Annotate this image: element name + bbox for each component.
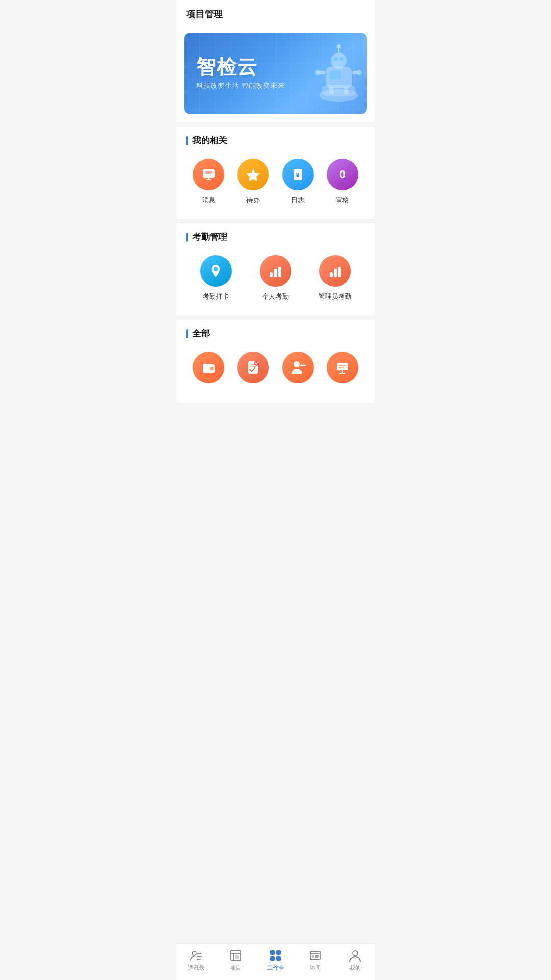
svg-point-8 <box>331 53 347 69</box>
svg-rect-55 <box>235 955 239 959</box>
svg-rect-43 <box>337 363 348 370</box>
svg-rect-14 <box>344 87 348 94</box>
collaborate-nav-icon <box>309 949 322 962</box>
attendance-item-admin[interactable]: 管理员考勤 <box>305 253 365 305</box>
attendance-item-personal[interactable]: 个人考勤 <box>246 253 306 305</box>
svg-point-12 <box>337 44 341 48</box>
collaborate-nav-label: 协同 <box>310 964 321 972</box>
nav-project[interactable]: 项目 <box>220 949 251 972</box>
person-minus-icon-circle <box>282 352 314 383</box>
svg-point-65 <box>353 951 358 956</box>
doc-check-icon-circle <box>237 352 269 383</box>
nav-collaborate[interactable]: 协同 <box>300 949 331 972</box>
svg-rect-59 <box>276 956 281 961</box>
svg-rect-58 <box>270 956 275 961</box>
all-title: 全部 <box>186 328 365 339</box>
banner-text: 智检云 科技改变生活 智能改变未来 <box>196 57 285 90</box>
all-section: 全部 <box>176 320 375 403</box>
log-icon-circle: ¥ <box>282 159 314 190</box>
checkin-label: 考勤打卡 <box>203 292 229 301</box>
project-nav-icon <box>229 949 242 962</box>
svg-point-36 <box>211 368 213 370</box>
svg-rect-56 <box>270 950 275 955</box>
checkin-icon-circle <box>200 255 232 287</box>
banner[interactable]: 智检云 科技改变生活 智能改变未来 <box>184 33 367 114</box>
my-related-grid: 消息 待办 ¥ 日志 <box>186 157 365 209</box>
svg-point-26 <box>214 267 218 271</box>
wallet-icon-circle <box>193 352 224 383</box>
my-related-item-pending[interactable]: 待办 <box>231 157 276 209</box>
svg-text:¥: ¥ <box>296 171 300 179</box>
svg-marker-23 <box>246 168 260 181</box>
board-icon <box>334 359 350 376</box>
all-item-wallet[interactable] <box>186 350 231 393</box>
contacts-nav-label: 通讯录 <box>188 964 205 972</box>
svg-point-48 <box>192 951 196 955</box>
person-minus-icon <box>290 359 306 376</box>
svg-rect-30 <box>330 272 333 277</box>
nav-mine[interactable]: 我的 <box>340 949 370 972</box>
admin-icon-circle <box>319 255 351 287</box>
svg-rect-29 <box>278 267 281 277</box>
bar-chart-admin-icon <box>327 263 343 279</box>
svg-rect-60 <box>310 951 320 960</box>
log-label: 日志 <box>291 195 305 205</box>
attendance-grid: 考勤打卡 个人考勤 <box>186 253 365 305</box>
my-related-item-log[interactable]: ¥ 日志 <box>276 157 320 209</box>
svg-rect-31 <box>334 269 337 277</box>
contacts-nav-icon <box>189 949 203 962</box>
workbench-nav-label: 工作台 <box>267 964 284 972</box>
location-icon <box>208 263 224 279</box>
nav-contacts[interactable]: 通讯录 <box>181 949 211 972</box>
svg-rect-27 <box>270 272 273 277</box>
nav-workbench[interactable]: 工作台 <box>260 949 291 972</box>
workbench-nav-icon <box>269 949 282 962</box>
all-item-person-minus[interactable] <box>276 350 320 393</box>
banner-subtitle: 科技改变生活 智能改变未来 <box>196 81 285 90</box>
svg-rect-13 <box>329 87 333 94</box>
message-label: 消息 <box>202 195 215 205</box>
svg-point-10 <box>340 57 344 61</box>
page-title: 项目管理 <box>186 9 223 19</box>
banner-illustration <box>295 40 362 107</box>
svg-point-41 <box>294 361 300 368</box>
review-num: 0 <box>339 168 345 181</box>
svg-point-9 <box>334 57 338 61</box>
message-icon <box>201 166 217 183</box>
attendance-section: 考勤管理 考勤打卡 <box>176 223 375 315</box>
svg-rect-62 <box>312 955 314 958</box>
my-related-item-review[interactable]: 0 审核 <box>320 157 365 209</box>
mine-nav-icon <box>348 949 362 962</box>
message-icon-circle <box>193 159 224 190</box>
personal-label: 个人考勤 <box>262 292 289 301</box>
banner-title: 智检云 <box>196 57 285 78</box>
all-item-board[interactable] <box>320 350 365 393</box>
attendance-title: 考勤管理 <box>186 231 365 243</box>
review-label: 审核 <box>336 195 349 205</box>
my-related-section: 我的相关 <box>176 127 375 219</box>
all-grid <box>186 350 365 393</box>
svg-point-5 <box>315 70 320 75</box>
my-related-item-message[interactable]: 消息 <box>186 157 231 209</box>
all-item-doc-check[interactable] <box>231 350 276 393</box>
admin-label: 管理员考勤 <box>318 292 352 301</box>
bottom-nav: 通讯录 项目 工作台 <box>176 943 375 980</box>
pending-label: 待办 <box>246 195 260 205</box>
doc-check-icon <box>245 359 261 376</box>
bar-chart-icon <box>267 263 284 279</box>
project-nav-label: 项目 <box>230 964 241 972</box>
star-icon <box>245 166 261 183</box>
personal-icon-circle <box>260 255 291 287</box>
svg-rect-32 <box>338 267 341 277</box>
pending-icon-circle <box>237 159 269 190</box>
page-header: 项目管理 <box>176 0 375 27</box>
attendance-item-checkin[interactable]: 考勤打卡 <box>186 253 246 305</box>
yen-icon: ¥ <box>290 166 306 183</box>
svg-rect-3 <box>330 71 341 79</box>
svg-point-7 <box>357 70 362 75</box>
svg-rect-28 <box>274 269 277 277</box>
wallet-icon <box>201 359 217 376</box>
svg-rect-57 <box>276 950 281 955</box>
my-related-title: 我的相关 <box>186 135 365 146</box>
review-icon-circle: 0 <box>327 159 358 190</box>
